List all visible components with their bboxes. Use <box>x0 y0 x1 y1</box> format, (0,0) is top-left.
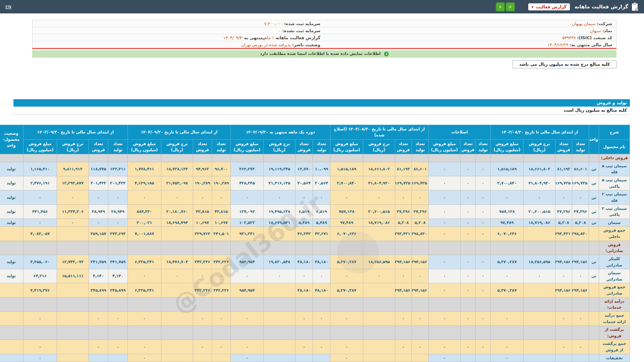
product-row: تخفیفات۰۰۰۰۰۰ <box>0 354 630 362</box>
product-name-cell: جمع برگشت از فروش <box>599 340 630 354</box>
section-cell <box>193 297 212 311</box>
section-cell <box>395 326 412 340</box>
header-col: تعداد فروش <box>460 139 475 154</box>
value-cell: ۰ <box>428 340 460 354</box>
value-cell <box>295 354 313 362</box>
value-cell: ۰ <box>363 190 395 204</box>
value-cell: ۴,۳۵۵,۰۶۰ <box>23 255 57 269</box>
value-cell: ۴۸,۱۸۰ <box>295 283 313 297</box>
section-cell <box>363 326 395 340</box>
production-sales-table: شرحواحداز ابتدای سال مالی تا تاریخ ۱۴۰۴/… <box>0 125 630 362</box>
section-cell <box>363 241 395 255</box>
status-cell: تولید <box>0 176 23 190</box>
report-type-dropdown[interactable]: گزارش فعالیت ▼ <box>528 3 570 10</box>
section-cell <box>212 241 230 255</box>
value-cell: ۰ <box>330 269 363 283</box>
value-cell: ۰ <box>412 269 428 283</box>
section-cell <box>89 326 108 340</box>
value-cell: ۰ <box>428 219 460 227</box>
product-name-cell: سیمان <box>599 219 630 227</box>
value-cell: ۰ <box>475 283 490 297</box>
value-cell <box>363 311 395 325</box>
value-cell <box>57 354 89 362</box>
value-cell: ۳۴۲,۳۳۶ <box>193 255 212 269</box>
header-col: مبلغ فروش (میلیون ریال) <box>330 139 363 154</box>
value-cell: ۱۸,۶۶۱,۸۰۲ <box>363 162 395 176</box>
report-navigation: › ‹ <box>496 2 515 11</box>
value-cell: ۴۳,۸۱۵ <box>212 204 230 219</box>
unit-note-box: کلیه مبالغ درج شده به میلیون ریال می باش… <box>513 60 616 68</box>
period-highlight: ۱ ماهه <box>263 35 274 40</box>
value-cell: ۲۹۸,۸۳۰ <box>572 227 589 241</box>
status-cell <box>0 340 23 354</box>
field-label: شرکت: <box>597 21 612 26</box>
section-cell <box>428 241 460 255</box>
section-cell <box>460 241 475 255</box>
previous-report-button[interactable]: ‹ <box>496 2 505 11</box>
header-unit: واحد <box>589 125 599 154</box>
value-cell: ۳۷۲,۶۹۳ <box>108 227 127 241</box>
header-group-1: اصلاحات <box>428 125 490 140</box>
value-cell: ۰ <box>230 269 263 283</box>
header-group-4: از ابتدای سال مالی تا تاریخ ۱۴۰۴/۰۹/۳۰ <box>127 125 230 140</box>
value-cell: ۰ <box>555 340 572 354</box>
value-cell: ۰ <box>212 190 230 204</box>
value-cell: ۳۴۱,۵۰۱ <box>212 227 230 241</box>
value-cell: ۲۹۸,۸۳۰ <box>412 227 428 241</box>
value-cell: ۹۴,۹۶۲ <box>193 162 212 176</box>
section-cell <box>23 297 57 311</box>
total-row: جمع درآمد ارائه خدمات۰۰۰۰۰۰۰۰۰۰۰۰۰۰۰۰۰۰ <box>0 311 630 325</box>
language-toggle-en[interactable]: EN <box>5 4 11 9</box>
section-cell <box>555 154 572 162</box>
value-cell: ۰ <box>475 219 490 227</box>
value-cell: ۵,۲۰۸ <box>555 219 572 227</box>
fiscal-year-field: سال مالی منتهی به: ۱۴۰۴/۱۲/۲۹ <box>324 41 616 49</box>
value-cell: ۴۴۱,۴۵۶ <box>23 204 57 219</box>
value-cell <box>363 283 395 297</box>
product-row: سیمان صادراتيتن۰۰۰۰۰۰۰۰۰۰۰۰۰۰۰۰۰۰۰۴,۱۴۰۴… <box>0 269 630 283</box>
company-info-table: شرکت: سیمان بهبهان سرمایه ثبت شده: ۷,۴۰۰… <box>32 20 616 49</box>
product-row: کلینکر صادراتيتن۲۹۴,۱۵۶۲۹۴,۱۵۶۱۸,۲۵۶,۵۹۵… <box>0 255 630 269</box>
value-cell: ۲۰,۳۰۰,۵۱۵ <box>524 204 555 219</box>
section-cell <box>475 297 490 311</box>
value-cell: ۲۱,۳۱۶,۱۳۵ <box>263 176 295 190</box>
value-cell <box>89 354 108 362</box>
value-cell: ۱۸,۴۷۶,۷۰۴ <box>161 255 193 269</box>
value-cell: ۰ <box>524 269 555 283</box>
value-cell: ۱۳۲,۳۱۱ <box>108 162 127 176</box>
value-cell: ۰ <box>193 190 212 204</box>
value-cell: ۲۰۰,۰۲۱ <box>127 219 161 227</box>
value-cell: ۳۴۵,۸۹۹ <box>89 283 108 297</box>
value-cell: ۱۸,۷۱۹,۰۸۶ <box>524 219 555 227</box>
status-cell: تولید <box>0 255 23 269</box>
value-cell: ۲۹۳,۴۲۱ <box>555 227 572 241</box>
value-cell: ۰ <box>23 340 57 354</box>
header-col: نرخ فروش (ریال) <box>57 139 89 154</box>
value-cell: ۸۶,۶۰۱ <box>572 162 589 176</box>
section-row: فروش صادراتی: <box>0 241 630 255</box>
value-cell: ۰ <box>108 340 127 354</box>
value-cell <box>524 283 555 297</box>
value-cell: ۰ <box>490 190 523 204</box>
value-cell: ۰ <box>330 311 363 325</box>
section-bar-production-sales: تولید و فروش <box>13 99 630 107</box>
section-cell <box>212 326 230 340</box>
section-cell <box>460 297 475 311</box>
section-row: برگشت از فروش: <box>0 326 630 340</box>
unit-cell <box>589 227 599 241</box>
section-cell <box>330 297 363 311</box>
header-col: مبلغ فروش (میلیون ریال) <box>490 139 523 154</box>
field-label: سرمایه ثبت نشده: <box>282 28 320 33</box>
value-cell: ۹۵۴,۹۵۴ <box>230 283 263 297</box>
header-col: تعداد تولید <box>572 139 589 154</box>
product-row: سیمان تیپ ۵ پاکتیتن۱۶۹,۷۲۵۱۶۹,۷۲۵۲۱,۸۰۴,… <box>0 176 630 190</box>
value-cell: ۰ <box>412 311 428 325</box>
unit-cell <box>589 354 599 362</box>
value-cell: ۱۰,۶۹۷ <box>193 219 212 227</box>
value-cell: ۰ <box>230 354 263 362</box>
next-report-button[interactable]: › <box>506 2 515 11</box>
value-cell: ۰ <box>460 190 475 204</box>
value-cell: ۱۲,۷۴۳,۰۷۳ <box>57 255 89 269</box>
value-cell: ۴,۱۴۰ <box>108 269 127 283</box>
unit-cell: تن <box>589 255 599 269</box>
